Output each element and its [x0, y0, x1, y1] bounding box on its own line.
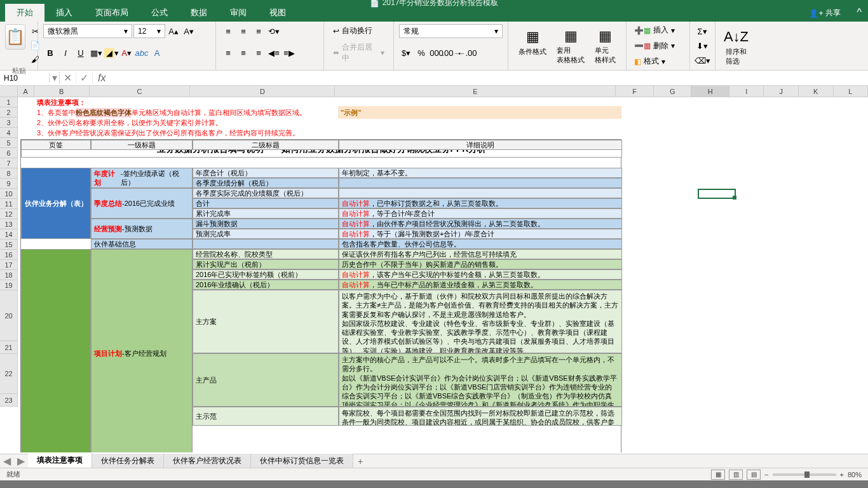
row-header-8[interactable]: 8	[0, 168, 18, 179]
sheet-tab-1[interactable]: 伙伴任务分解表	[92, 454, 164, 468]
col-header-L[interactable]: L	[834, 86, 868, 97]
row-header-4[interactable]: 4	[0, 128, 18, 138]
align-right[interactable]: ≡	[252, 46, 266, 60]
row-header-1[interactable]: 1	[0, 97, 18, 107]
decrease-indent[interactable]: ◀≡	[267, 46, 281, 60]
row-header-14[interactable]: 14	[0, 229, 18, 240]
number-format-dropdown[interactable]: 常规▾	[399, 24, 503, 38]
tab-data[interactable]: 数据	[179, 4, 219, 22]
font-color[interactable]: A▾	[119, 46, 133, 60]
name-box-dropdown[interactable]: ▾	[50, 72, 60, 84]
align-left[interactable]: ≡	[221, 46, 235, 60]
col-header-K[interactable]: K	[799, 86, 834, 97]
increase-font[interactable]: A▴	[166, 24, 180, 38]
row-header-6[interactable]: 6	[0, 148, 18, 158]
border-button[interactable]: ▦▾	[89, 46, 103, 60]
col-header-C[interactable]: C	[90, 86, 191, 97]
col-header-G[interactable]: G	[654, 86, 691, 97]
fx-label[interactable]: fx	[93, 72, 111, 84]
sheet-nav-next[interactable]: ▶	[14, 454, 28, 468]
tab-formulas[interactable]: 公式	[140, 4, 179, 22]
view-page-layout[interactable]: ▥	[729, 470, 743, 480]
row-header-22[interactable]: 22	[0, 354, 18, 394]
row-header-13[interactable]: 13	[0, 219, 18, 229]
row-header-20[interactable]: 20	[0, 290, 18, 341]
cells-format[interactable]: ◧格式▾	[632, 55, 684, 67]
row-header-19[interactable]: 19	[0, 280, 18, 290]
decrease-decimal[interactable]: ←.00	[460, 46, 474, 60]
row-header-10[interactable]: 10	[0, 189, 18, 199]
select-all-corner[interactable]	[0, 86, 18, 97]
row-header-21[interactable]: 21	[0, 341, 18, 354]
tab-insert[interactable]: 插入	[44, 4, 84, 22]
add-sheet-button[interactable]: +	[353, 456, 367, 466]
row-header-2[interactable]: 2	[0, 107, 18, 118]
wrap-text[interactable]: ↩自动换行	[329, 24, 388, 37]
underline-button[interactable]: U	[74, 46, 88, 60]
phonetic-a[interactable]: abc	[135, 46, 149, 60]
view-normal[interactable]: ▦	[711, 470, 725, 480]
phonetic-b[interactable]: A	[150, 46, 164, 60]
row-header-5[interactable]: 5	[0, 138, 18, 148]
percent-fmt[interactable]: %	[414, 46, 428, 60]
font-family-dropdown[interactable]: 微软雅黑▾	[43, 24, 132, 38]
sheet-tab-3[interactable]: 伙伴中标订货信息一览表	[251, 454, 353, 468]
sort-filter[interactable]: A↓Z排序和 筛选	[721, 24, 752, 69]
confirm-formula[interactable]: ✓	[76, 72, 93, 84]
cancel-formula[interactable]: ✕	[60, 72, 76, 84]
zoom-in[interactable]: +	[840, 471, 844, 478]
tab-page-layout[interactable]: 页面布局	[84, 4, 140, 22]
currency-fmt[interactable]: $▾	[399, 46, 413, 60]
view-page-break[interactable]: ▤	[747, 470, 761, 480]
col-header-B[interactable]: B	[34, 86, 90, 97]
align-top[interactable]: ≡	[221, 24, 235, 38]
row-header-15[interactable]: 15	[0, 240, 18, 250]
conditional-format[interactable]: ▦条件格式	[513, 24, 552, 67]
align-middle[interactable]: ≡	[236, 24, 250, 38]
grid[interactable]: ABCDEFGHIJKL 123456789101112131415161718…	[0, 86, 868, 452]
row-header-23[interactable]: 23	[0, 394, 18, 407]
name-box[interactable]: H10	[0, 74, 50, 83]
tab-view[interactable]: 视图	[258, 4, 297, 22]
row-header-12[interactable]: 12	[0, 209, 18, 219]
row-header-17[interactable]: 17	[0, 260, 18, 270]
col-header-I[interactable]: I	[729, 86, 764, 97]
tab-home[interactable]: 开始	[5, 4, 44, 22]
cells-delete[interactable]: ➖▦删除▾	[632, 40, 684, 52]
col-header-F[interactable]: F	[616, 86, 653, 97]
merge-center[interactable]: ⬌合并后居中▾	[329, 41, 388, 65]
sheet-nav-prev[interactable]: ◀	[0, 454, 14, 468]
cells-insert[interactable]: ➕▦插入▾	[632, 24, 684, 36]
sheet-tab-0[interactable]: 填表注意事项	[28, 453, 92, 469]
row-header-16[interactable]: 16	[0, 250, 18, 260]
autosum[interactable]: Σ▾	[695, 24, 709, 38]
decrease-font[interactable]: A▾	[182, 24, 196, 38]
bold-button[interactable]: B	[43, 46, 57, 60]
sheet-tab-2[interactable]: 伙伴客户经营状况表	[164, 454, 251, 468]
align-center[interactable]: ≡	[236, 46, 250, 60]
macos-dock[interactable]	[0, 480, 868, 488]
paste-button[interactable]	[5, 24, 25, 50]
row-header-7[interactable]: 7	[0, 158, 18, 168]
col-header-H[interactable]: H	[691, 86, 729, 97]
col-header-A[interactable]: A	[18, 86, 34, 97]
share-button[interactable]: 👤+共享	[799, 4, 850, 22]
italic-button[interactable]: I	[58, 46, 72, 60]
fill-color[interactable]: ◢▾	[104, 46, 118, 60]
zoom-slider[interactable]	[773, 473, 836, 476]
format-as-table[interactable]: ▦套用 表格格式	[552, 24, 590, 67]
row-header-3[interactable]: 3	[0, 118, 18, 128]
col-header-J[interactable]: J	[764, 86, 799, 97]
clear[interactable]: ⌫▾	[695, 53, 709, 67]
increase-indent[interactable]: ≡▶	[282, 46, 296, 60]
row-header-18[interactable]: 18	[0, 270, 18, 280]
collapse-ribbon[interactable]: ^	[850, 4, 868, 22]
zoom-out[interactable]: −	[764, 471, 768, 478]
row-header-9[interactable]: 9	[0, 179, 18, 189]
align-bottom[interactable]: ≡	[252, 24, 266, 38]
fill-down[interactable]: ⬇▾	[695, 39, 709, 53]
row-header-11[interactable]: 11	[0, 199, 18, 209]
col-header-D[interactable]: D	[190, 86, 335, 97]
col-header-E[interactable]: E	[335, 86, 616, 97]
cell-styles[interactable]: ▦单元 格样式	[590, 24, 621, 67]
